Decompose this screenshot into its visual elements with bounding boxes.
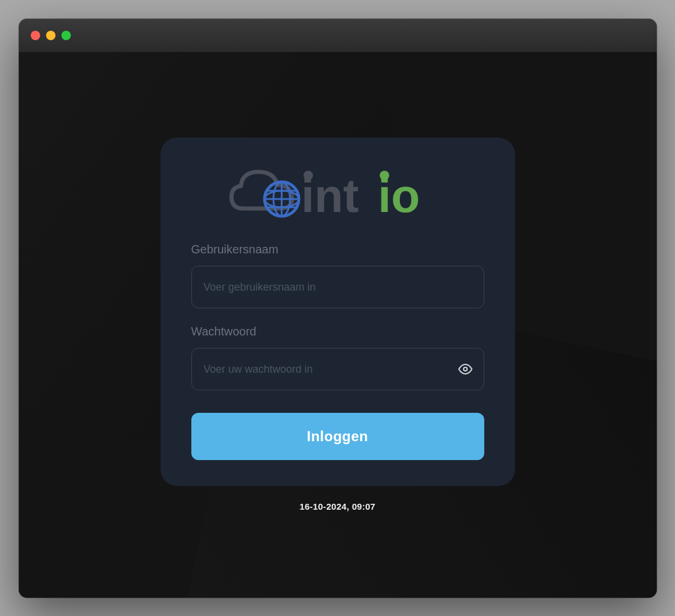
username-label: Gebruikersnaam (191, 243, 484, 256)
login-button[interactable]: Inloggen (191, 413, 484, 460)
svg-point-7 (304, 171, 313, 180)
username-input-wrapper (191, 266, 484, 308)
app-window: int io Gebruikersnaam Wachtwoord (19, 19, 657, 598)
username-input[interactable] (191, 266, 484, 308)
window-body: int io Gebruikersnaam Wachtwoord (19, 52, 657, 598)
password-group: Wachtwoord (191, 325, 484, 390)
eye-icon (458, 362, 472, 376)
login-card: int io Gebruikersnaam Wachtwoord (161, 138, 515, 486)
titlebar (19, 19, 657, 52)
password-input[interactable] (191, 348, 484, 390)
svg-point-9 (464, 367, 467, 371)
window-maximize-button[interactable] (61, 31, 71, 40)
globe-icon (265, 182, 299, 216)
brand-logo: int io (191, 166, 484, 220)
logo-svg: int io (226, 166, 450, 220)
window-minimize-button[interactable] (46, 31, 56, 40)
password-label: Wachtwoord (191, 325, 484, 338)
toggle-password-visibility-button[interactable] (458, 362, 472, 376)
window-close-button[interactable] (31, 31, 40, 40)
timestamp: 16-10-2024, 09:07 (299, 501, 376, 511)
username-group: Gebruikersnaam (191, 243, 484, 308)
password-input-wrapper (191, 348, 484, 390)
svg-point-8 (380, 171, 389, 180)
